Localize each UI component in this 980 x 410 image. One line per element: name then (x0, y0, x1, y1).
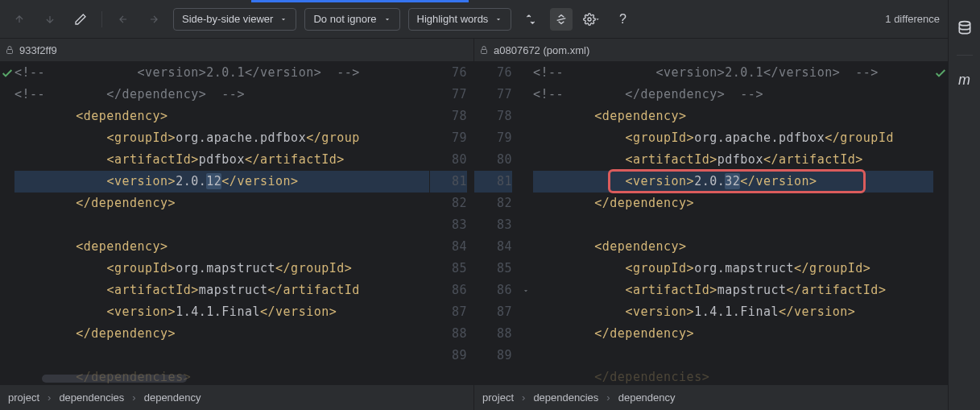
revision-left-label: 933f2ff9 (19, 44, 57, 56)
code-left[interactable]: <!-- <version>2.0.1</version> --><!-- </… (14, 62, 429, 384)
code-line[interactable]: <!-- </dependency> --> (533, 84, 933, 106)
code-line[interactable] (533, 345, 933, 367)
line-number: 83 (430, 214, 467, 236)
line-number: 78 (474, 106, 512, 127)
fold-gutter (519, 62, 533, 384)
code-line[interactable] (14, 345, 429, 367)
code-line[interactable]: </dependencies> (14, 367, 429, 384)
check-icon (934, 67, 947, 80)
code-line[interactable]: <!-- <version>2.0.1</version> --> (533, 62, 933, 84)
crumb-sep: › (603, 391, 613, 404)
diff-toolbar: Side-by-side viewer Do not ignore Highli… (0, 0, 948, 39)
line-number: 80 (474, 149, 512, 171)
line-number: 82 (430, 193, 467, 214)
code-line[interactable]: <dependency> (533, 236, 933, 258)
progress-indicator (251, 0, 469, 2)
breadcrumb-right: project › dependencies › dependency (473, 385, 948, 410)
separator (957, 55, 973, 56)
ignore-mode-label: Do not ignore (313, 13, 376, 25)
collapse-icon[interactable] (519, 8, 542, 31)
code-line[interactable]: <artifactId>mapstruct</artifactId (14, 280, 429, 301)
separator (101, 11, 102, 27)
code-line[interactable]: <groupId>org.apache.pdfbox</group (14, 127, 429, 149)
line-number (430, 367, 467, 384)
line-number: 88 (430, 323, 467, 345)
code-line[interactable]: <dependency> (533, 106, 933, 127)
code-line[interactable]: <version>1.4.1.Final</version> (14, 301, 429, 323)
marker-gutter-right (933, 62, 948, 384)
code-line[interactable]: <!-- </dependency> --> (14, 84, 429, 106)
line-numbers-right: 7677787980818283848586878889 (474, 62, 519, 384)
code-line[interactable]: <artifactId>mapstruct</artifactId> (533, 280, 933, 301)
crumb-sep: › (44, 391, 54, 404)
line-number: 85 (430, 258, 467, 280)
svg-rect-1 (7, 50, 13, 54)
line-number: 88 (474, 323, 512, 345)
lock-icon (479, 45, 489, 55)
check-icon (1, 67, 14, 80)
maven-tool-icon[interactable]: m (958, 72, 970, 89)
diff-pane-left[interactable]: <!-- <version>2.0.1</version> --><!-- </… (0, 62, 474, 384)
code-line[interactable]: </dependencies> (533, 367, 933, 384)
code-line[interactable] (533, 214, 933, 236)
next-diff-button[interactable] (39, 8, 61, 31)
code-line[interactable]: <version>2.0.32</version> (533, 171, 933, 193)
database-icon[interactable] (957, 20, 973, 39)
svg-point-0 (588, 18, 591, 21)
breadcrumb-row: project › dependencies › dependency proj… (0, 384, 948, 410)
chevron-down-icon[interactable] (519, 280, 533, 301)
line-number: 78 (430, 106, 467, 127)
line-number: 89 (474, 345, 512, 367)
code-line[interactable]: </dependency> (533, 323, 933, 345)
diff-pane-right[interactable]: 7677787980818283848586878889 <!-- <versi… (474, 62, 948, 384)
revision-row: 933f2ff9 a0807672 (pom.xml) (0, 39, 948, 61)
viewer-mode-label: Side-by-side viewer (182, 13, 273, 25)
code-line[interactable]: </dependency> (533, 193, 933, 214)
line-number (474, 367, 512, 384)
nav-forward-button[interactable] (143, 8, 165, 31)
nav-back-button[interactable] (112, 8, 134, 31)
help-icon[interactable]: ? (611, 8, 634, 31)
code-line[interactable]: <groupId>org.apache.pdfbox</groupId (533, 127, 933, 149)
chevron-down-icon (594, 16, 601, 23)
code-line[interactable]: <groupId>org.mapstruct</groupId> (533, 258, 933, 280)
line-number: 89 (430, 345, 467, 367)
sync-scroll-icon[interactable] (550, 8, 573, 31)
crumb[interactable]: project (482, 391, 514, 404)
code-line[interactable]: <dependency> (14, 106, 429, 127)
crumb-sep: › (129, 391, 139, 404)
code-line[interactable]: <version>2.0.12</version> (14, 171, 429, 193)
line-number: 76 (430, 62, 467, 84)
crumb[interactable]: dependencies (59, 391, 124, 404)
code-line[interactable]: </dependency> (14, 193, 429, 214)
crumb[interactable]: dependency (144, 391, 201, 404)
crumb[interactable]: dependencies (533, 391, 598, 404)
line-number: 81 (474, 171, 512, 193)
diff-settings-icon[interactable] (581, 8, 603, 31)
crumb-sep: › (519, 391, 528, 404)
code-line[interactable]: </dependency> (14, 323, 429, 345)
code-right[interactable]: <!-- <version>2.0.1</version> --><!-- </… (533, 62, 933, 384)
code-line[interactable]: <groupId>org.mapstruct</groupId> (14, 258, 429, 280)
code-line[interactable]: <artifactId>pdfbox</artifactId> (533, 149, 933, 171)
chevron-down-icon (494, 15, 502, 23)
line-number: 76 (474, 62, 512, 84)
code-line[interactable]: <!-- <version>2.0.1</version> --> (14, 62, 429, 84)
crumb[interactable]: project (8, 391, 39, 404)
diff-count-label: 1 difference (885, 13, 940, 25)
edit-icon[interactable] (69, 8, 92, 31)
highlight-mode-dropdown[interactable]: Highlight words (408, 8, 512, 31)
code-line[interactable]: <version>1.4.1.Final</version> (533, 301, 933, 323)
code-line[interactable]: <dependency> (14, 236, 429, 258)
right-tool-strip: m (948, 0, 980, 410)
code-line[interactable]: <artifactId>pdfbox</artifactId> (14, 149, 429, 171)
code-line[interactable] (14, 214, 429, 236)
ignore-mode-dropdown[interactable]: Do not ignore (304, 8, 399, 31)
line-number: 84 (474, 236, 512, 258)
crumb[interactable]: dependency (618, 391, 676, 404)
revision-right: a0807672 (pom.xml) (473, 39, 948, 61)
prev-diff-button[interactable] (8, 8, 31, 31)
viewer-mode-dropdown[interactable]: Side-by-side viewer (173, 8, 296, 31)
line-number: 82 (474, 193, 512, 214)
line-number: 86 (430, 280, 467, 301)
